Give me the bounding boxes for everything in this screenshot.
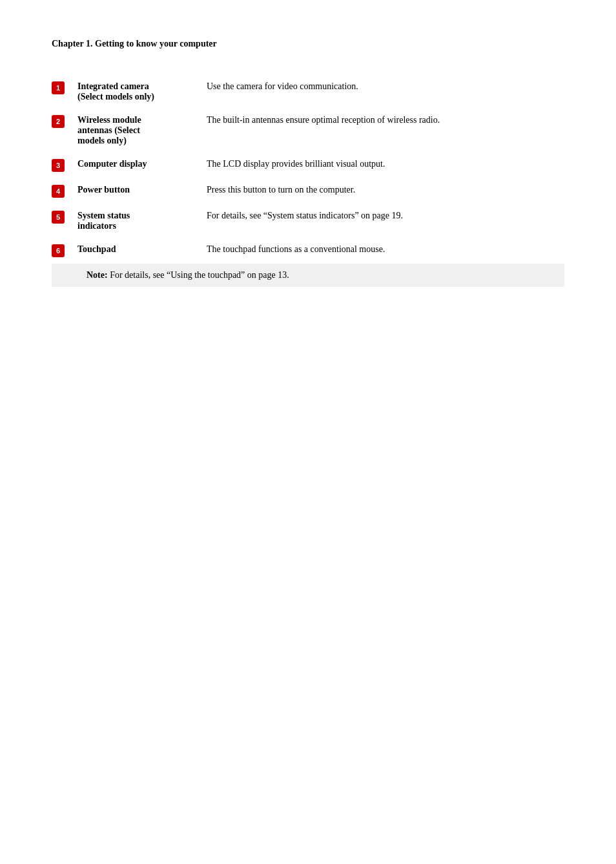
item-badge: 3 xyxy=(52,159,65,172)
items-table: 1Integrated camera(Select models only)Us… xyxy=(52,75,564,287)
item-description: For details, see “System status indicato… xyxy=(207,204,564,238)
note-text: For details, see “Using the touchpad” on… xyxy=(108,270,289,280)
item-description: The built-in antennas ensure optimal rec… xyxy=(207,109,564,153)
note-label: Note: xyxy=(87,270,108,280)
item-description: The LCD display provides brilliant visua… xyxy=(207,153,564,178)
item-description: Press this button to turn on the compute… xyxy=(207,178,564,204)
table-row: 3Computer displayThe LCD display provide… xyxy=(52,153,564,178)
item-term: System statusindicators xyxy=(77,204,207,238)
item-term: Computer display xyxy=(77,153,207,178)
table-row: 1Integrated camera(Select models only)Us… xyxy=(52,75,564,109)
item-term: Touchpad xyxy=(77,238,207,264)
note-row: Note: For details, see “Using the touchp… xyxy=(52,264,564,287)
chapter-title: Chapter 1. Getting to know your computer xyxy=(52,39,564,49)
table-row: 2Wireless moduleantennas (Selectmodels o… xyxy=(52,109,564,153)
item-badge: 1 xyxy=(52,81,65,94)
note-cell: Note: For details, see “Using the touchp… xyxy=(77,264,564,287)
table-row: 6TouchpadThe touchpad functions as a con… xyxy=(52,238,564,264)
page-wrapper: Chapter 1. Getting to know your computer… xyxy=(52,39,564,864)
item-badge: 5 xyxy=(52,211,65,224)
table-row: 5System statusindicatorsFor details, see… xyxy=(52,204,564,238)
item-description: Use the camera for video communication. xyxy=(207,75,564,109)
item-badge: 2 xyxy=(52,115,65,128)
item-badge: 6 xyxy=(52,244,65,257)
item-term: Integrated camera(Select models only) xyxy=(77,75,207,109)
item-term: Power button xyxy=(77,178,207,204)
item-badge: 4 xyxy=(52,185,65,198)
table-row: 4Power buttonPress this button to turn o… xyxy=(52,178,564,204)
item-term: Wireless moduleantennas (Selectmodels on… xyxy=(77,109,207,153)
item-description: The touchpad functions as a conventional… xyxy=(207,238,564,264)
